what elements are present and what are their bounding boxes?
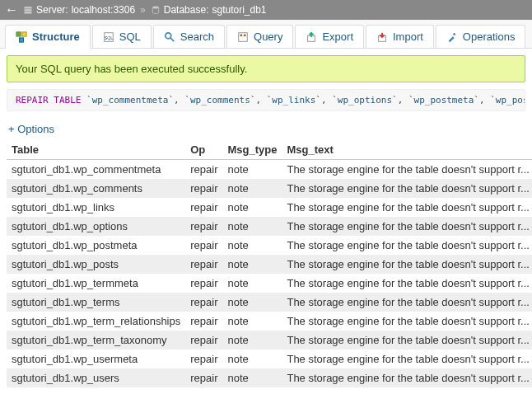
table-row: sgtutori_db1.wp_linksrepairnoteThe stora… [7, 198, 532, 217]
svg-line-10 [170, 37, 174, 40]
sql-keyword: REPAIR TABLE [16, 95, 81, 106]
table-body: sgtutori_db1.wp_commentmetarepairnoteThe… [7, 160, 532, 388]
table-row: sgtutori_db1.wp_usermetarepairnoteThe st… [7, 350, 532, 368]
table-row: sgtutori_db1.wp_commentsrepairnoteThe st… [7, 179, 532, 198]
cell-msg_type: note [222, 274, 282, 293]
operations-icon [446, 31, 458, 43]
cell-table: sgtutori_db1.wp_termmeta [7, 274, 185, 293]
col-header-msgtext[interactable]: Msg_text [282, 140, 532, 160]
cell-table: sgtutori_db1.wp_term_relationships [7, 312, 185, 331]
cell-msg_text: The storage engine for the table doesn't… [282, 312, 532, 331]
cell-msg_type: note [222, 312, 282, 331]
tab-label: Export [322, 31, 353, 43]
cell-msg_text: The storage engine for the table doesn't… [282, 350, 532, 368]
svg-point-3 [152, 7, 159, 9]
content: Your SQL query has been executed success… [0, 49, 532, 394]
cell-op: repair [185, 160, 222, 180]
col-header-op[interactable]: Op [185, 140, 222, 160]
svg-rect-13 [244, 34, 246, 36]
cell-op: repair [185, 217, 222, 236]
table-row: sgtutori_db1.wp_term_taxonomyrepairnoteT… [7, 331, 532, 350]
cell-table: sgtutori_db1.wp_comments [7, 179, 185, 198]
breadcrumb-separator: » [140, 4, 146, 16]
cell-table: sgtutori_db1.wp_postmeta [7, 236, 185, 255]
cell-op: repair [185, 312, 222, 331]
server-label: Server: [36, 4, 68, 16]
tab-structure[interactable]: Structure [5, 25, 91, 49]
database-value: sgtutori_db1 [212, 4, 266, 16]
cell-op: repair [185, 255, 222, 274]
table-row: sgtutori_db1.wp_commentmetarepairnoteThe… [7, 160, 532, 180]
success-message: Your SQL query has been executed success… [7, 55, 525, 82]
cell-msg_type: note [222, 179, 282, 198]
cell-op: repair [185, 293, 222, 312]
cell-msg_text: The storage engine for the table doesn't… [282, 217, 532, 236]
tab-label: Query [254, 31, 282, 43]
cell-msg_type: note [222, 368, 282, 387]
cell-op: repair [185, 350, 222, 368]
cell-msg_type: note [222, 217, 282, 236]
svg-text:SQL: SQL [105, 35, 114, 40]
svg-rect-11 [239, 32, 248, 41]
search-icon [164, 31, 175, 43]
table-row: sgtutori_db1.wp_termmetarepairnoteThe st… [7, 274, 532, 293]
svg-rect-0 [25, 7, 32, 8]
tab-export[interactable]: Export [295, 25, 364, 48]
sql-query: REPAIR TABLE `wp_commentmeta`, `wp_comme… [7, 89, 525, 111]
table-row: sgtutori_db1.wp_usersrepairnoteThe stora… [7, 368, 532, 387]
cell-msg_text: The storage engine for the table doesn't… [282, 368, 532, 387]
tab-sql[interactable]: SQL SQL [92, 25, 152, 48]
col-header-table[interactable]: Table [7, 140, 185, 160]
tab-label: SQL [119, 31, 141, 43]
cell-op: repair [185, 331, 222, 350]
breadcrumb: ← Server: localhost:3306 » Database: sgt… [0, 0, 532, 20]
tab-label: Search [180, 31, 214, 43]
cell-msg_text: The storage engine for the table doesn't… [282, 274, 532, 293]
tab-label: Structure [32, 31, 80, 43]
cell-msg_type: note [222, 293, 282, 312]
back-arrow[interactable]: ← [5, 2, 18, 17]
cell-msg_type: note [222, 198, 282, 217]
cell-op: repair [185, 274, 222, 293]
table-header-row: Table Op Msg_type Msg_text [7, 140, 532, 160]
tab-operations[interactable]: Operations [436, 25, 526, 48]
cell-table: sgtutori_db1.wp_links [7, 198, 185, 217]
tab-query[interactable]: Query [226, 25, 293, 48]
tab-import[interactable]: Import [366, 25, 434, 48]
svg-rect-1 [25, 9, 32, 11]
cell-msg_text: The storage engine for the table doesn't… [282, 179, 532, 198]
cell-msg_text: The storage engine for the table doesn't… [282, 255, 532, 274]
cell-msg_text: The storage engine for the table doesn't… [282, 293, 532, 312]
col-header-msgtype[interactable]: Msg_type [222, 140, 282, 160]
cell-table: sgtutori_db1.wp_options [7, 217, 185, 236]
svg-rect-2 [25, 12, 32, 13]
sql-icon: SQL [103, 31, 114, 43]
import-icon [376, 31, 388, 43]
cell-msg_type: note [222, 255, 282, 274]
options-toggle[interactable]: + Options [8, 123, 525, 135]
svg-rect-12 [240, 34, 243, 36]
tab-label: Operations [463, 31, 516, 43]
cell-msg_type: note [222, 236, 282, 255]
cell-table: sgtutori_db1.wp_posts [7, 255, 185, 274]
cell-msg_text: The storage engine for the table doesn't… [282, 198, 532, 217]
breadcrumb-database[interactable]: Database: sgtutori_db1 [151, 4, 267, 16]
cell-table: sgtutori_db1.wp_term_taxonomy [7, 331, 185, 350]
server-value: localhost:3306 [72, 4, 135, 16]
database-icon [151, 5, 161, 15]
sql-tables: `wp_commentmeta`, `wp_comments`, `wp_lin… [86, 95, 525, 106]
cell-op: repair [185, 179, 222, 198]
svg-rect-4 [16, 31, 21, 35]
cell-table: sgtutori_db1.wp_terms [7, 293, 185, 312]
tab-search[interactable]: Search [153, 25, 225, 48]
table-row: sgtutori_db1.wp_postsrepairnoteThe stora… [7, 255, 532, 274]
cell-table: sgtutori_db1.wp_commentmeta [7, 160, 185, 180]
breadcrumb-server[interactable]: Server: localhost:3306 [23, 4, 135, 16]
table-row: sgtutori_db1.wp_optionsrepairnoteThe sto… [7, 217, 532, 236]
cell-table: sgtutori_db1.wp_usermeta [7, 350, 185, 368]
tab-bar: Structure SQL SQL Search Query Export Im… [0, 20, 532, 49]
cell-msg_type: note [222, 350, 282, 368]
query-icon [237, 31, 249, 43]
cell-msg_text: The storage engine for the table doesn't… [282, 160, 532, 180]
table-row: sgtutori_db1.wp_termsrepairnoteThe stora… [7, 293, 532, 312]
